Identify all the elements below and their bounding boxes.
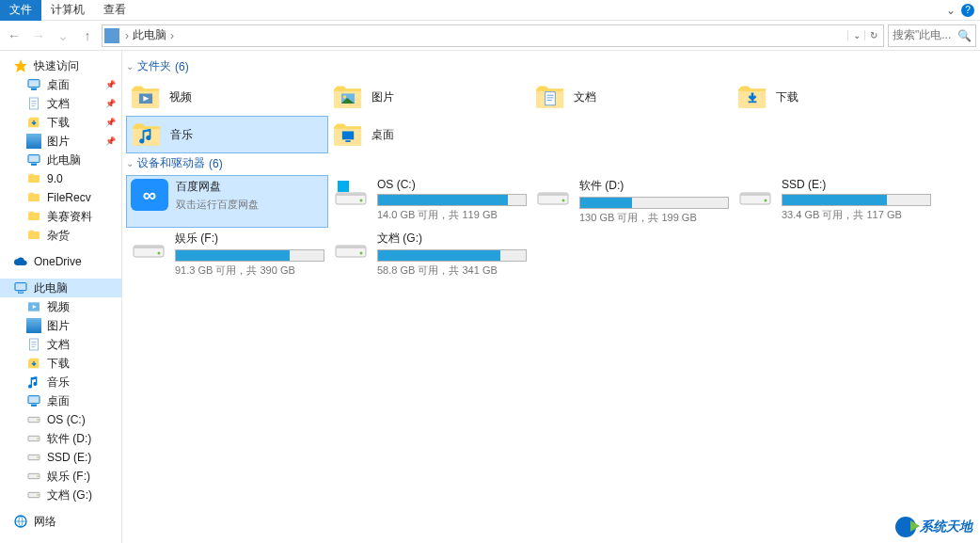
sidebar-item[interactable]: 图片📌 xyxy=(0,132,121,151)
storage-bar xyxy=(377,249,527,262)
menu-bar: 文件 计算机 查看 ⌄ ? xyxy=(0,0,980,21)
svg-rect-35 xyxy=(545,92,556,105)
sidebar-item[interactable]: 视频 xyxy=(0,297,121,316)
sidebar-item[interactable]: 文档 xyxy=(0,335,121,354)
sidebar-item[interactable]: 图片 xyxy=(0,316,121,335)
sidebar-item[interactable]: OS (C:) xyxy=(0,410,121,429)
svg-rect-7 xyxy=(28,155,40,163)
svg-rect-56 xyxy=(336,246,366,248)
search-icon: 🔍 xyxy=(957,29,972,42)
drive-item[interactable]: 文档 (G:)58.8 GB 可用，共 341 GB xyxy=(328,228,530,280)
svg-point-48 xyxy=(562,200,565,202)
menu-view[interactable]: 查看 xyxy=(94,0,135,21)
menu-file[interactable]: 文件 xyxy=(0,0,41,21)
navigation-bar: ← → ⌄ ↑ › 此电脑 › ⌄ ↻ 搜索"此电... 🔍 xyxy=(0,21,980,51)
group-header-devices[interactable]: ⌄ 设备和驱动器 (6) xyxy=(126,153,980,175)
address-dropdown-icon[interactable]: ⌄ xyxy=(847,30,864,40)
svg-rect-50 xyxy=(740,193,770,196)
sidebar-this-pc[interactable]: 此电脑 xyxy=(0,279,121,297)
ribbon-chevron-icon[interactable]: ⌄ xyxy=(946,4,956,17)
sidebar-onedrive[interactable]: OneDrive xyxy=(0,252,121,271)
watermark-logo: 系统天地 xyxy=(895,517,972,537)
svg-rect-9 xyxy=(15,283,26,291)
storage-bar xyxy=(782,194,931,206)
svg-point-57 xyxy=(360,252,363,255)
sidebar-item[interactable]: 音乐 xyxy=(0,373,121,391)
storage-bar xyxy=(175,249,324,262)
group-header-folders[interactable]: ⌄ 文件夹 (6) xyxy=(126,56,980,78)
sidebar-item[interactable]: 下载📌 xyxy=(0,113,121,132)
svg-rect-17 xyxy=(28,396,40,404)
folder-item[interactable]: 音乐 xyxy=(126,116,328,153)
svg-rect-1 xyxy=(28,80,40,88)
sidebar-item[interactable]: SSD (E:) xyxy=(0,448,121,467)
chevron-down-icon: ⌄ xyxy=(126,61,134,72)
baidu-icon: ∞ xyxy=(131,179,168,211)
svg-point-26 xyxy=(37,475,38,476)
globe-icon xyxy=(895,517,916,537)
monitor-icon xyxy=(13,280,28,295)
sidebar-item[interactable]: 桌面 xyxy=(0,391,121,410)
svg-rect-42 xyxy=(336,193,366,196)
folder-item[interactable]: 图片 xyxy=(328,78,530,116)
nav-forward-button[interactable]: → xyxy=(28,28,49,43)
pin-icon: 📌 xyxy=(105,136,116,146)
breadcrumb-sep-icon[interactable]: › xyxy=(166,29,178,42)
folder-item[interactable]: 文档 xyxy=(530,78,733,116)
svg-rect-40 xyxy=(345,140,350,142)
search-placeholder: 搜索"此电... xyxy=(893,27,951,43)
search-input[interactable]: 搜索"此电... 🔍 xyxy=(888,24,976,47)
chevron-down-icon: ⌄ xyxy=(126,158,134,168)
svg-rect-18 xyxy=(31,405,36,406)
folder-item[interactable]: 桌面 xyxy=(328,116,530,153)
storage-bar xyxy=(377,194,527,206)
baidu-drive-item[interactable]: ∞百度网盘双击运行百度网盘 xyxy=(126,175,328,228)
sidebar-item[interactable]: 文档📌 xyxy=(0,94,121,113)
cloud-icon xyxy=(13,254,28,269)
address-bar[interactable]: › 此电脑 › ⌄ ↻ xyxy=(102,24,884,47)
sidebar-item[interactable]: 桌面📌 xyxy=(0,75,121,94)
nav-up-button[interactable]: ↑ xyxy=(77,28,98,43)
sidebar-item[interactable]: 美赛资料 xyxy=(0,207,121,226)
sidebar-item[interactable]: 杂货 xyxy=(0,226,121,245)
pin-icon: 📌 xyxy=(105,118,116,127)
svg-point-24 xyxy=(37,456,38,457)
svg-rect-8 xyxy=(31,164,36,165)
storage-bar xyxy=(579,197,729,209)
nav-recent-chevron-icon[interactable]: ⌄ xyxy=(53,28,73,43)
svg-point-20 xyxy=(37,419,38,420)
sidebar-item[interactable]: 软件 (D:) xyxy=(0,429,121,448)
svg-point-28 xyxy=(37,494,38,495)
this-pc-icon xyxy=(104,28,119,43)
sidebar-item[interactable]: 此电脑 xyxy=(0,151,121,169)
sidebar-item[interactable]: 文档 (G:) xyxy=(0,486,121,504)
refresh-icon[interactable]: ↻ xyxy=(864,30,881,40)
folder-item[interactable]: 下载 xyxy=(733,78,935,116)
sidebar-item[interactable]: 下载 xyxy=(0,354,121,373)
sidebar-item[interactable]: FileRecv xyxy=(0,188,121,207)
sidebar-item[interactable]: 9.0 xyxy=(0,169,121,188)
sidebar-item[interactable]: 娱乐 (F:) xyxy=(0,467,121,486)
content-pane: ⌄ 文件夹 (6) 视频图片文档下载音乐桌面 ⌄ 设备和驱动器 (6) ∞百度网… xyxy=(122,51,980,543)
svg-point-43 xyxy=(360,200,363,202)
sidebar-quick-access[interactable]: 快速访问 xyxy=(0,56,121,75)
drive-item[interactable]: 软件 (D:)130 GB 可用，共 199 GB xyxy=(530,175,733,228)
svg-rect-10 xyxy=(18,292,23,293)
svg-point-51 xyxy=(765,200,767,202)
help-icon[interactable]: ? xyxy=(961,4,974,17)
nav-back-button[interactable]: ← xyxy=(4,28,24,43)
svg-point-33 xyxy=(343,95,347,99)
drive-item[interactable]: 娱乐 (F:)91.3 GB 可用，共 390 GB xyxy=(126,228,328,280)
svg-rect-39 xyxy=(342,131,354,139)
breadcrumb-this-pc[interactable]: 此电脑 xyxy=(133,27,166,43)
folder-item[interactable]: 视频 xyxy=(126,78,328,116)
sidebar-network[interactable]: 网络 xyxy=(0,512,121,531)
drive-item[interactable]: SSD (E:)33.4 GB 可用，共 117 GB xyxy=(733,175,935,228)
breadcrumb-sep-icon[interactable]: › xyxy=(121,29,133,42)
svg-rect-53 xyxy=(134,246,164,248)
pin-icon: 📌 xyxy=(105,80,116,89)
menu-computer[interactable]: 计算机 xyxy=(41,0,94,21)
network-icon xyxy=(13,514,28,529)
drive-item[interactable]: OS (C:)14.0 GB 可用，共 119 GB xyxy=(328,175,530,228)
svg-marker-0 xyxy=(14,59,26,72)
